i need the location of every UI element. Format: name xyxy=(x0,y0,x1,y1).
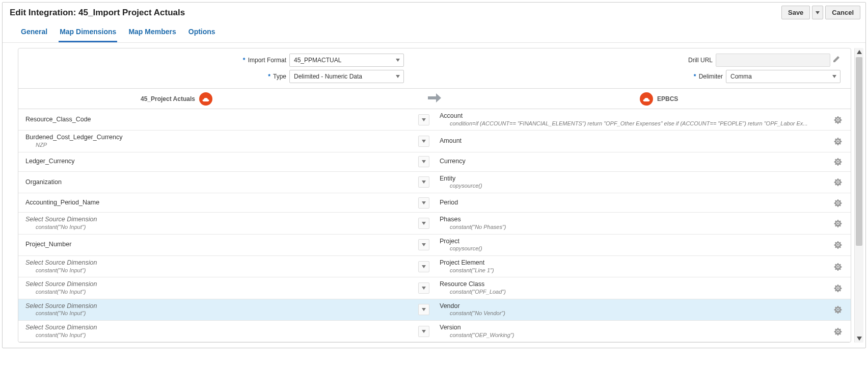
mapping-row[interactable]: Ledger_CurrencyCurrency xyxy=(18,152,851,172)
mapping-row[interactable]: Select Source Dimensionconstant("No Inpu… xyxy=(18,213,851,234)
source-dropdown-button[interactable] xyxy=(418,261,429,272)
scroll-thumb[interactable] xyxy=(856,57,862,246)
source-dropdown-button[interactable] xyxy=(418,136,429,147)
cancel-button[interactable]: Cancel xyxy=(825,6,860,19)
tab-bar: General Map Dimensions Map Members Optio… xyxy=(3,21,865,43)
source-dimension-name: Resource_Class_Code xyxy=(25,116,418,124)
source-cell: Select Source Dimensionconstant("No Inpu… xyxy=(25,259,418,274)
row-settings-button[interactable] xyxy=(832,239,844,250)
mapping-row[interactable]: Resource_Class_CodeAccountcondition=if (… xyxy=(18,109,851,131)
target-label: EPBCS xyxy=(657,95,678,102)
delimiter-field: * Delimiter Comma xyxy=(465,70,840,83)
target-expression: constant("OPF_Load") xyxy=(440,289,832,296)
edit-integration-panel: Edit Integration: 45_Import Project Actu… xyxy=(2,2,866,348)
source-cell: Select Source Dimensionconstant("No Inpu… xyxy=(25,216,418,230)
source-expression: constant("No Input") xyxy=(25,267,418,274)
drill-url-label: Drill URL xyxy=(611,57,713,64)
vertical-scrollbar[interactable] xyxy=(854,48,863,343)
save-menu-button[interactable] xyxy=(812,6,823,19)
target-header: EPBCS xyxy=(446,92,830,106)
source-dropdown-button[interactable] xyxy=(418,282,429,294)
panel-header: Edit Integration: 45_Import Project Actu… xyxy=(3,3,865,21)
target-cell: Amount xyxy=(440,137,832,145)
import-format-value: 45_PPMACTUAL xyxy=(294,57,341,64)
target-expression: copysource() xyxy=(440,245,832,252)
source-dropdown-button[interactable] xyxy=(418,197,429,209)
mapping-rows: Resource_Class_CodeAccountcondition=if (… xyxy=(18,109,851,342)
tab-general[interactable]: General xyxy=(20,25,48,42)
target-dimension-name: Vendor xyxy=(440,302,832,311)
mapping-row[interactable]: Select Source Dimensionconstant("No Inpu… xyxy=(18,299,851,321)
source-header: 45_Project Actuals xyxy=(39,92,423,106)
target-app-icon xyxy=(640,92,653,106)
source-dropdown-button[interactable] xyxy=(418,239,429,250)
source-dropdown-button[interactable] xyxy=(418,304,429,315)
target-cell: Vendorconstant("No Vendor") xyxy=(440,302,832,317)
target-dimension-name: Entity xyxy=(440,175,832,183)
row-settings-button[interactable] xyxy=(832,282,844,294)
save-button[interactable]: Save xyxy=(781,6,810,19)
type-label: * Type xyxy=(184,73,286,80)
source-dropdown-button[interactable] xyxy=(418,114,429,125)
page-title: Edit Integration: 45_Import Project Actu… xyxy=(10,8,185,18)
content-wrap: * Import Format 45_PPMACTUAL Drill URL *… xyxy=(3,43,865,348)
source-expression: constant("No Input") xyxy=(25,224,418,231)
mapping-header: 45_Project Actuals EPBCS xyxy=(18,88,851,109)
source-dropdown-button[interactable] xyxy=(418,326,429,337)
source-app-icon xyxy=(199,92,212,106)
chevron-down-icon xyxy=(393,59,402,62)
row-settings-button[interactable] xyxy=(832,136,844,147)
source-dropdown-button[interactable] xyxy=(418,176,429,188)
target-expression: constant("OEP_Working") xyxy=(440,332,832,339)
type-select[interactable]: Delimited - Numeric Data xyxy=(289,70,404,83)
mapping-row[interactable]: OrganizationEntitycopysource() xyxy=(18,172,851,193)
pencil-icon[interactable] xyxy=(832,55,840,65)
scroll-down-icon[interactable] xyxy=(855,336,863,342)
source-cell: Burdened_Cost_Ledger_CurrencyNZP xyxy=(25,134,418,148)
row-settings-button[interactable] xyxy=(832,218,844,229)
tab-options[interactable]: Options xyxy=(187,25,216,42)
type-field: * Type Delimited - Numeric Data xyxy=(29,70,404,83)
source-dimension-name: Select Source Dimension xyxy=(25,324,418,332)
source-cell: Resource_Class_Code xyxy=(25,116,418,124)
row-settings-button[interactable] xyxy=(832,326,844,337)
row-settings-button[interactable] xyxy=(832,304,844,315)
target-cell: Accountcondition=if (ACCOUNT== "FINANCIA… xyxy=(440,112,832,127)
row-settings-button[interactable] xyxy=(832,156,844,167)
source-dropdown-button[interactable] xyxy=(418,218,429,229)
source-dimension-name: Project_Number xyxy=(25,241,418,249)
arrow-mid xyxy=(423,92,446,106)
tab-map-dimensions[interactable]: Map Dimensions xyxy=(59,25,117,42)
delimiter-select[interactable]: Comma xyxy=(726,70,840,83)
mapping-row[interactable]: Select Source Dimensionconstant("No Inpu… xyxy=(18,277,851,299)
source-expression: constant("No Input") xyxy=(25,289,418,296)
source-cell: Select Source Dimensionconstant("No Inpu… xyxy=(25,324,418,339)
target-dimension-name: Resource Class xyxy=(440,280,832,289)
row-settings-button[interactable] xyxy=(832,197,844,209)
mapping-row[interactable]: Select Source Dimensionconstant("No Inpu… xyxy=(18,321,851,342)
mapping-row[interactable]: Project_NumberProjectcopysource() xyxy=(18,235,851,256)
target-cell: Resource Classconstant("OPF_Load") xyxy=(440,280,832,295)
mapping-row[interactable]: Accounting_Period_NamePeriod xyxy=(18,193,851,213)
mapping-row[interactable]: Select Source Dimensionconstant("No Inpu… xyxy=(18,256,851,277)
source-dropdown-button[interactable] xyxy=(418,156,429,167)
source-expression: constant("No Input") xyxy=(25,332,418,339)
chevron-down-icon xyxy=(393,75,402,78)
row-settings-button[interactable] xyxy=(832,261,844,272)
chevron-down-icon xyxy=(830,75,839,78)
target-dimension-name: Project Element xyxy=(440,259,832,267)
tab-map-members[interactable]: Map Members xyxy=(127,25,177,42)
source-label: 45_Project Actuals xyxy=(141,95,195,102)
target-expression: condition=if (ACCOUNT== "FINANCIAL_ELEME… xyxy=(440,120,832,127)
mapping-row[interactable]: Burdened_Cost_Ledger_CurrencyNZPAmount xyxy=(18,131,851,152)
target-dimension-name: Currency xyxy=(440,158,832,166)
drill-url-input[interactable] xyxy=(716,54,830,67)
row-settings-button[interactable] xyxy=(832,176,844,188)
row-settings-button[interactable] xyxy=(832,114,844,125)
import-format-select[interactable]: 45_PPMACTUAL xyxy=(289,54,404,67)
scroll-up-icon[interactable] xyxy=(855,49,863,55)
target-expression: copysource() xyxy=(440,183,832,190)
source-dimension-name: Accounting_Period_Name xyxy=(25,199,418,207)
arrow-right-icon xyxy=(427,92,442,106)
source-dimension-name: Burdened_Cost_Ledger_Currency xyxy=(25,134,418,142)
